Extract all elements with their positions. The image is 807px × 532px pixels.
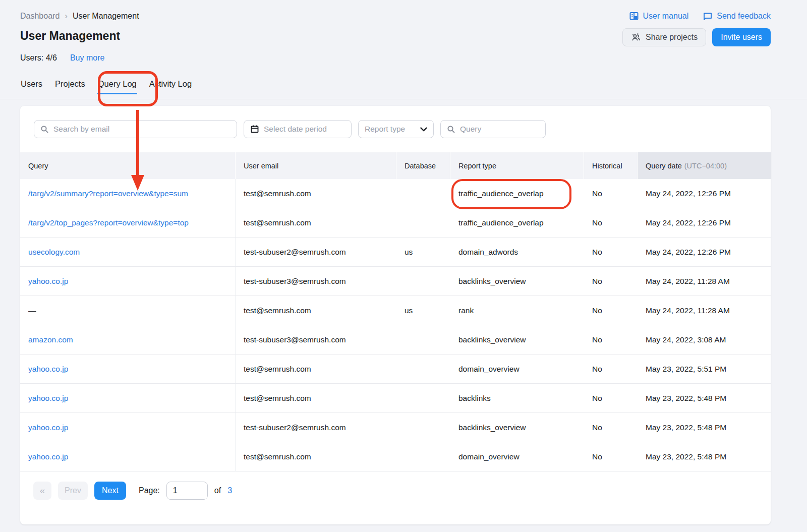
share-projects-label: Share projects — [646, 33, 698, 42]
query-link[interactable]: yahoo.co.jp — [28, 423, 68, 432]
cell-database: us — [396, 238, 450, 266]
report-type-label: Report type — [365, 125, 405, 134]
query-link[interactable]: /targ/v2/top_pages?report=overview&type=… — [28, 218, 189, 227]
cell-historical: No — [584, 325, 638, 354]
cell-date: May 23, 2022, 5:48 PM — [638, 384, 771, 412]
cell-historical: No — [584, 238, 638, 266]
share-projects-button[interactable]: Share projects — [622, 28, 706, 46]
query-date-label: Query date — [646, 162, 682, 170]
date-period-select[interactable]: Select date period — [244, 120, 352, 138]
query-link[interactable]: usecology.com — [28, 248, 80, 257]
cell-database: us — [396, 296, 450, 325]
user-management-page: Dashboard › User Management User manual … — [0, 0, 807, 532]
cell-query: yahoo.co.jp — [20, 267, 236, 295]
next-page-button[interactable]: Next — [94, 482, 126, 500]
invite-users-button[interactable]: Invite users — [712, 28, 771, 46]
query-link[interactable]: amazon.com — [28, 335, 73, 344]
cell-report: backlinks_overview — [450, 267, 584, 295]
query-link[interactable]: yahoo.co.jp — [28, 452, 68, 461]
table-row: yahoo.co.jptest@semrush.comdomain_overvi… — [20, 442, 771, 471]
first-page-button[interactable]: « — [33, 482, 51, 500]
table-body: /targ/v2/summary?report=overview&type=su… — [20, 179, 771, 471]
tab-projects[interactable]: Projects — [54, 78, 86, 94]
query-link[interactable]: /targ/v2/summary?report=overview&type=su… — [28, 189, 188, 198]
pagination: « Prev Next Page: of 3 — [20, 471, 771, 510]
user-manual-link[interactable]: User manual — [629, 11, 689, 21]
of-label: of — [214, 486, 221, 495]
tab-activity-log[interactable]: Activity Log — [149, 78, 192, 94]
report-type-select[interactable]: Report type — [358, 120, 434, 138]
breadcrumb: Dashboard › User Management — [20, 11, 139, 21]
cell-date: May 24, 2022, 12:26 PM — [638, 238, 771, 266]
column-header-query-date: Query date (UTC−04:00) — [638, 152, 771, 179]
search-email-input[interactable] — [53, 125, 230, 134]
cell-date: May 24, 2022, 11:28 AM — [638, 267, 771, 295]
cell-email: test-subuser2@semrush.com — [236, 413, 396, 442]
people-icon — [631, 32, 641, 42]
cell-database — [396, 208, 450, 237]
cell-query: yahoo.co.jp — [20, 354, 236, 383]
cell-email: test@semrush.com — [236, 296, 396, 325]
search-email-field[interactable] — [34, 120, 237, 138]
cell-database — [396, 179, 450, 208]
cell-report: rank — [450, 296, 584, 325]
buy-more-link[interactable]: Buy more — [70, 53, 104, 63]
send-feedback-link[interactable]: Send feedback — [703, 11, 771, 21]
cell-report: traffic_audience_overlap — [450, 208, 584, 237]
table-row: —test@semrush.comusrankNoMay 24, 2022, 1… — [20, 296, 771, 325]
cell-database — [396, 325, 450, 354]
cell-database — [396, 442, 450, 471]
users-count: Users: 4/6 — [20, 53, 57, 63]
table-row: /targ/v2/top_pages?report=overview&type=… — [20, 208, 771, 238]
cell-date: May 24, 2022, 12:26 PM — [638, 208, 771, 237]
cell-query: amazon.com — [20, 325, 236, 354]
query-filter-field[interactable] — [440, 120, 546, 138]
cell-email: test@semrush.com — [236, 179, 396, 208]
cell-query: /targ/v2/top_pages?report=overview&type=… — [20, 208, 236, 237]
cell-email: test-subuser2@semrush.com — [236, 238, 396, 266]
query-filter-input[interactable] — [460, 125, 539, 134]
breadcrumb-dashboard[interactable]: Dashboard — [20, 12, 60, 21]
column-header-report-type: Report type — [450, 152, 584, 179]
tab-users[interactable]: Users — [20, 78, 43, 94]
filters-row: Select date period Report type — [20, 106, 771, 152]
tab-query-log[interactable]: Query Log — [97, 78, 137, 94]
page-number-input[interactable] — [166, 482, 208, 500]
cell-query: yahoo.co.jp — [20, 442, 236, 471]
cell-email: test@semrush.com — [236, 442, 396, 471]
prev-page-button[interactable]: Prev — [58, 482, 88, 500]
total-pages-link[interactable]: 3 — [227, 486, 232, 495]
cell-query: — — [20, 296, 236, 325]
table-row: yahoo.co.jptest@semrush.comdomain_overvi… — [20, 354, 771, 384]
column-header-historical: Historical — [584, 152, 638, 179]
query-link[interactable]: yahoo.co.jp — [28, 277, 68, 286]
search-icon — [40, 125, 49, 134]
search-icon — [447, 125, 455, 134]
header-buttons: Share projects Invite users — [622, 28, 771, 46]
cell-query: usecology.com — [20, 238, 236, 266]
cell-query: yahoo.co.jp — [20, 384, 236, 412]
chevron-down-icon — [420, 127, 427, 132]
cell-date: May 24, 2022, 11:28 AM — [638, 296, 771, 325]
query-link[interactable]: yahoo.co.jp — [28, 365, 68, 374]
cell-date: May 24, 2022, 3:08 AM — [638, 325, 771, 354]
cell-database — [396, 354, 450, 383]
book-icon — [629, 11, 639, 21]
column-header-database: Database — [396, 152, 450, 179]
cell-report: domain_overview — [450, 442, 584, 471]
users-quota: Users: 4/6 Buy more — [20, 53, 104, 63]
page-label: Page: — [139, 486, 160, 495]
tab-bar: Users Projects Query Log Activity Log — [0, 78, 807, 99]
cell-report: traffic_audience_overlap — [450, 179, 584, 208]
query-log-card: Select date period Report type Query Use… — [20, 106, 771, 524]
table-row: usecology.comtest-subuser2@semrush.comus… — [20, 238, 771, 267]
cell-query: yahoo.co.jp — [20, 413, 236, 442]
query-date-timezone: (UTC−04:00) — [684, 162, 727, 170]
cell-date: May 24, 2022, 12:26 PM — [638, 179, 771, 208]
cell-historical: No — [584, 267, 638, 295]
table-row: yahoo.co.jptest-subuser3@semrush.comback… — [20, 267, 771, 296]
table-header: Query User email Database Report type Hi… — [20, 152, 771, 179]
query-link[interactable]: yahoo.co.jp — [28, 394, 68, 403]
cell-report: backlinks — [450, 384, 584, 412]
table-row: yahoo.co.jptest-subuser2@semrush.comback… — [20, 413, 771, 442]
